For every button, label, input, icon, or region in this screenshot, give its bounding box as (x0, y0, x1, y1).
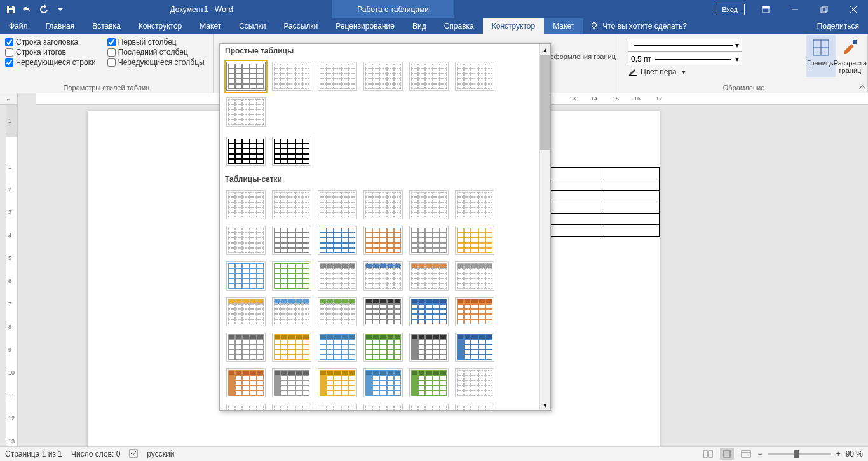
check-total-row[interactable]: Строка итогов (5, 48, 96, 57)
table-style-thumb[interactable] (363, 62, 403, 91)
table-style-thumb[interactable] (363, 190, 403, 219)
table-style-thumb[interactable] (226, 333, 266, 362)
qat-customize[interactable] (52, 1, 69, 18)
table-style-thumb[interactable] (455, 226, 494, 255)
scroll-up-button[interactable]: ▴ (540, 44, 550, 55)
table-style-thumb[interactable] (363, 226, 403, 255)
table-style-thumb[interactable] (272, 226, 311, 255)
table-style-thumb[interactable] (455, 404, 494, 410)
ribbon-display-options[interactable] (751, 0, 780, 18)
table-style-thumb[interactable] (455, 62, 494, 91)
check-banded-rows[interactable]: Чередующиеся строки (5, 58, 96, 67)
check-first-col[interactable]: Первый столбец (107, 38, 205, 46)
check-header-row[interactable]: Строка заголовка (5, 38, 96, 46)
table-style-thumb[interactable] (363, 404, 403, 410)
view-web-layout[interactable] (739, 448, 753, 460)
tab-references[interactable]: Ссылки (230, 18, 275, 34)
table-style-thumb[interactable] (226, 261, 266, 291)
table-style-thumb[interactable] (409, 261, 449, 291)
table-style-thumb[interactable] (363, 297, 403, 326)
view-read-mode[interactable] (701, 448, 715, 460)
table-style-thumb[interactable] (455, 297, 494, 326)
table-style-thumb[interactable] (272, 368, 311, 397)
table-style-thumb[interactable] (455, 333, 494, 362)
table-style-thumb[interactable] (455, 368, 494, 397)
border-painter-button[interactable]: Раскраска границ (836, 35, 865, 77)
table-style-thumb[interactable] (363, 261, 403, 291)
tab-mailings[interactable]: Рассылки (275, 18, 327, 34)
table-style-thumb[interactable] (272, 190, 311, 219)
table-style-thumb[interactable] (226, 368, 266, 397)
redo-button[interactable] (36, 1, 52, 18)
table-style-thumb[interactable] (363, 368, 403, 397)
tab-table-design[interactable]: Конструктор (483, 18, 544, 34)
table-style-thumb[interactable] (226, 97, 266, 127)
maximize-button[interactable] (810, 0, 839, 18)
table-style-thumb[interactable] (272, 404, 311, 410)
table-style-thumb[interactable] (226, 62, 266, 91)
zoom-level[interactable]: 90 % (846, 450, 863, 458)
save-button[interactable] (3, 1, 19, 18)
table-style-thumb[interactable] (272, 333, 311, 362)
table-style-thumb[interactable] (409, 190, 449, 219)
table-style-thumb[interactable] (318, 62, 357, 91)
table-style-thumb[interactable] (318, 261, 357, 291)
table-style-thumb[interactable] (226, 297, 266, 326)
table-style-thumb[interactable] (272, 137, 311, 166)
share-button[interactable]: Поделиться (804, 18, 868, 34)
tab-view[interactable]: Вид (403, 18, 435, 34)
table-style-thumb[interactable] (409, 368, 449, 397)
status-page[interactable]: Страница 1 из 1 (5, 450, 62, 458)
status-proofing-icon[interactable] (129, 449, 138, 460)
table-style-thumb[interactable] (318, 333, 357, 362)
tell-me-search[interactable]: Что вы хотите сделать? (583, 18, 693, 34)
check-banded-cols[interactable]: Чередующиеся столбцы (107, 58, 205, 67)
table-style-thumb[interactable] (272, 62, 311, 91)
table-style-thumb[interactable] (409, 297, 449, 326)
status-language[interactable]: русский (147, 450, 174, 458)
table-style-thumb[interactable] (318, 297, 357, 326)
table-style-thumb[interactable] (363, 333, 403, 362)
table-style-thumb[interactable] (272, 297, 311, 326)
table-style-thumb[interactable] (318, 190, 357, 219)
tab-review[interactable]: Рецензирование (327, 18, 403, 34)
scroll-down-button[interactable]: ▾ (540, 399, 550, 410)
zoom-slider[interactable] (768, 453, 831, 455)
border-width-select[interactable]: 0,5 пт▾ (628, 53, 742, 65)
table-style-thumb[interactable] (226, 190, 266, 219)
tab-design[interactable]: Конструктор (130, 18, 191, 34)
login-button[interactable]: Вход (715, 4, 745, 15)
collapse-ribbon-button[interactable] (858, 83, 867, 92)
tab-file[interactable]: Файл (0, 18, 37, 34)
borders-button[interactable]: Границы (806, 35, 836, 77)
ruler-vertical[interactable]: 112345678910111213 (6, 105, 18, 446)
table-style-thumb[interactable] (226, 404, 266, 410)
table-style-thumb[interactable] (226, 137, 266, 166)
table-style-thumb[interactable] (455, 261, 494, 291)
undo-button[interactable] (19, 1, 36, 18)
table-style-thumb[interactable] (409, 62, 449, 91)
table-style-thumb[interactable] (455, 190, 494, 219)
view-print-layout[interactable] (720, 448, 734, 460)
zoom-out-button[interactable]: − (758, 450, 763, 458)
tab-insert[interactable]: Вставка (83, 18, 130, 34)
tab-home[interactable]: Главная (37, 18, 84, 34)
tab-table-layout[interactable]: Макет (544, 18, 583, 34)
minimize-button[interactable] (780, 0, 810, 18)
table-style-thumb[interactable] (409, 226, 449, 255)
scroll-thumb[interactable] (540, 55, 550, 150)
tab-layout[interactable]: Макет (191, 18, 230, 34)
table-style-thumb[interactable] (226, 226, 266, 255)
table-style-thumb[interactable] (272, 261, 311, 291)
status-word-count[interactable]: Число слов: 0 (71, 450, 120, 458)
table-style-thumb[interactable] (318, 368, 357, 397)
tab-help[interactable]: Справка (435, 18, 483, 34)
table-style-thumb[interactable] (409, 404, 449, 410)
table-style-thumb[interactable] (318, 404, 357, 410)
gallery-scrollbar[interactable]: ▴ ▾ (539, 44, 550, 410)
table-style-thumb[interactable] (318, 226, 357, 255)
zoom-in-button[interactable]: + (836, 450, 841, 458)
border-style-select[interactable]: ▾ (628, 39, 742, 52)
close-button[interactable] (839, 0, 868, 18)
table-style-thumb[interactable] (409, 333, 449, 362)
